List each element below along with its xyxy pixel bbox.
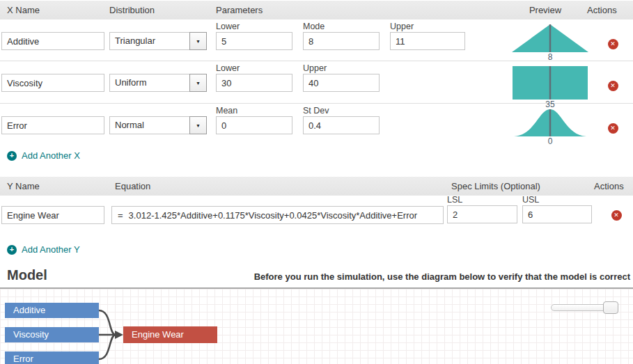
distribution-select[interactable]: Triangular ▼ <box>109 32 207 50</box>
model-title: Model <box>7 267 47 283</box>
chevron-down-icon[interactable]: ▼ <box>189 74 207 92</box>
equation-text: 3.012-1.425*Additive+0.1175*Viscosity+0.… <box>129 210 417 221</box>
lsl-input[interactable] <box>447 205 517 223</box>
parameters-header: Parameters <box>216 5 503 15</box>
x-row-additive: Triangular ▼ Lower Mode Upper 8 ✕ <box>0 19 633 61</box>
x-name-input[interactable] <box>1 74 104 92</box>
distribution-select-value[interactable]: Uniform <box>109 74 189 92</box>
add-another-x-label: Add Another X <box>22 150 80 161</box>
distribution-select[interactable]: Normal ▼ <box>109 116 207 134</box>
normal-distribution-preview: 0 <box>512 109 588 146</box>
equation-header: Equation <box>115 181 451 191</box>
distribution-select-value[interactable]: Triangular <box>109 32 189 50</box>
usl-label: USL <box>522 196 592 205</box>
preview-center-value: 0 <box>548 137 553 146</box>
add-another-x-link[interactable]: + Add Another X <box>7 150 80 161</box>
x-name-input[interactable] <box>1 32 104 50</box>
param-upper-input[interactable] <box>303 74 380 92</box>
plus-circle-icon: + <box>7 245 17 255</box>
chevron-down-icon[interactable]: ▼ <box>189 32 207 50</box>
distribution-select[interactable]: Uniform ▼ <box>109 74 207 92</box>
param-label: Mode <box>303 22 380 31</box>
param-stdev-input[interactable] <box>303 116 380 134</box>
triangle-shape-icon <box>512 24 588 52</box>
x-table-header: X Name Distribution Parameters Preview A… <box>0 1 633 19</box>
lsl-label: LSL <box>447 196 517 205</box>
usl-input[interactable] <box>522 205 592 223</box>
diagram-node-engine-wear[interactable]: Engine Wear <box>123 326 217 343</box>
zoom-slider-handle[interactable] <box>603 301 618 314</box>
param-lower-input[interactable] <box>216 32 292 50</box>
add-another-y-link[interactable]: + Add Another Y <box>7 244 80 255</box>
diagram-node-viscosity[interactable]: Viscosity <box>5 327 99 342</box>
delete-row-icon[interactable]: ✕ <box>608 81 618 91</box>
distribution-select-value[interactable]: Normal <box>109 116 189 134</box>
y-row-engine-wear: = 3.012-1.425*Additive+0.1175*Viscosity+… <box>0 196 633 228</box>
plus-circle-icon: + <box>7 151 17 161</box>
add-another-y-label: Add Another Y <box>22 244 80 255</box>
actions-header: Actions <box>594 181 633 191</box>
x-name-input[interactable] <box>1 116 104 134</box>
y-name-header: Y Name <box>7 181 115 191</box>
param-label: Upper <box>390 22 465 31</box>
distribution-header: Distribution <box>109 5 216 15</box>
param-lower-input[interactable] <box>216 74 292 92</box>
param-upper-input[interactable] <box>390 32 465 50</box>
preview-center-value: 8 <box>548 53 553 62</box>
param-mode-input[interactable] <box>303 32 380 50</box>
param-label: Upper <box>303 64 380 73</box>
model-diagram-canvas[interactable]: Additive Viscosity Error Engine Wear <box>0 289 633 364</box>
spec-limits-header: Spec Limits (Optional) <box>451 181 594 191</box>
param-mean-input[interactable] <box>216 116 292 134</box>
uniform-shape-icon <box>513 66 588 100</box>
triangular-distribution-preview: 8 <box>512 24 588 62</box>
model-section-header: Model Before you run the simulation, use… <box>0 267 633 289</box>
param-label: Mean <box>216 106 292 116</box>
bell-curve-icon <box>514 109 586 136</box>
y-table-header: Y Name Equation Spec Limits (Optional) A… <box>0 177 633 196</box>
diagram-node-additive[interactable]: Additive <box>5 303 99 318</box>
delete-row-icon[interactable]: ✕ <box>608 123 618 134</box>
param-label: St Dev <box>303 106 380 116</box>
diagram-node-error[interactable]: Error <box>5 351 99 364</box>
x-row-viscosity: Uniform ▼ Lower Upper 35 ✕ <box>0 61 633 104</box>
actions-header: Actions <box>587 5 633 15</box>
preview-header: Preview <box>503 5 587 15</box>
y-name-input[interactable] <box>1 206 104 224</box>
delete-row-icon[interactable]: ✕ <box>611 210 622 221</box>
x-name-header: X Name <box>7 5 109 15</box>
delete-row-icon[interactable]: ✕ <box>608 39 618 49</box>
equals-sign: = <box>118 210 123 221</box>
x-row-error: Normal ▼ Mean St Dev 0 ✕ <box>0 104 633 145</box>
param-label: Lower <box>216 64 292 73</box>
chevron-down-icon[interactable]: ▼ <box>189 116 207 134</box>
uniform-distribution-preview: 35 <box>512 66 588 109</box>
equation-input[interactable]: = 3.012-1.425*Additive+0.1175*Viscosity+… <box>111 206 444 224</box>
model-instruction: Before you run the simulation, use the d… <box>254 271 630 283</box>
param-label: Lower <box>216 22 292 31</box>
